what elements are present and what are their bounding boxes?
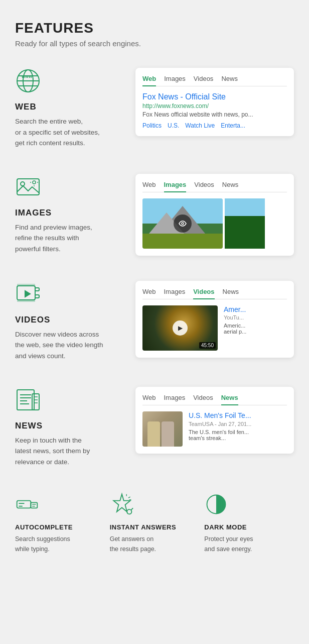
tab-images-2[interactable]: Images	[164, 181, 187, 192]
web-result-desc: Fox News official website with news, po.…	[142, 111, 287, 118]
tab-web-4[interactable]: Web	[142, 394, 156, 405]
instant-answers-desc: Get answers onthe results page.	[110, 534, 156, 554]
news-info: U.S. Men's Foil Te... TeamUSA - Jan 27, …	[189, 411, 287, 441]
tab-videos-4[interactable]: Videos	[193, 394, 213, 405]
feature-videos-card: Web Images Videos News ▶ 45:50 Amer... Y…	[135, 281, 294, 358]
feature-web-desc: Search the entire web,or a specific set …	[15, 116, 125, 149]
feature-news: NEWS Keep in touch with thelatest news, …	[15, 387, 294, 468]
tab-news[interactable]: News	[221, 75, 238, 86]
image-thumb-mountain[interactable]	[142, 198, 223, 249]
autocomplete-icon	[15, 492, 39, 518]
feature-images-desc: Find and preview images,refine the resul…	[15, 222, 125, 255]
bottom-features: AUTOCOMPLETE Search suggestionswhile typ…	[15, 492, 294, 554]
feature-web-card: Web Images Videos News Fox News - Offici…	[135, 68, 294, 136]
video-thumbnail[interactable]: ▶ 45:50	[142, 305, 218, 351]
preview-eye-icon	[174, 214, 192, 233]
svg-marker-35	[113, 494, 130, 512]
videos-tabs: Web Images Videos News	[142, 288, 287, 299]
video-info: Amer... YouTu... Americ...aerial p...	[224, 305, 287, 335]
svg-rect-17	[17, 300, 35, 302]
svg-text:www: www	[21, 74, 33, 79]
instant-answers-name: INSTANT ANSWERS	[110, 523, 176, 531]
feature-news-left: NEWS Keep in touch with thelatest news, …	[15, 387, 125, 468]
svg-rect-18	[35, 288, 39, 291]
news-tabs: Web Images Videos News	[142, 394, 287, 405]
dark-mode-name: DARK MODE	[204, 523, 247, 531]
svg-line-37	[131, 508, 133, 510]
feature-web: www WEB Search the entire web,or a speci…	[15, 68, 294, 149]
feature-images-left: IMAGES Find and preview images,refine th…	[15, 174, 125, 255]
feature-news-card: Web Images Videos News U.S. Men's Foil T…	[135, 387, 294, 454]
images-preview	[142, 198, 287, 249]
tab-web[interactable]: Web	[142, 75, 156, 86]
web-result-url: http://www.foxnews.com/	[142, 102, 287, 110]
feature-news-desc: Keep in touch with thelatest news, sort …	[15, 435, 125, 468]
dark-mode-desc: Protect your eyesand save energy.	[204, 534, 253, 554]
news-source: TeamUSA - Jan 27, 201...	[189, 421, 287, 427]
tab-images-3[interactable]: Images	[164, 288, 186, 299]
video-desc: Americ...aerial p...	[224, 323, 287, 335]
svg-line-39	[128, 497, 130, 498]
svg-point-7	[21, 182, 25, 186]
autocomplete-desc: Search suggestionswhile typing.	[15, 534, 70, 554]
link-watch-live[interactable]: Watch Live	[185, 122, 215, 129]
dark-mode-icon	[204, 492, 228, 518]
feature-videos-name: VIDEOS	[15, 315, 125, 325]
tab-images[interactable]: Images	[164, 75, 186, 86]
video-duration: 45:50	[199, 342, 216, 349]
svg-point-13	[182, 223, 184, 225]
web-result-links: Politics U.S. Watch Live Enterta...	[142, 122, 287, 129]
svg-marker-15	[25, 291, 30, 297]
link-us[interactable]: U.S.	[168, 122, 179, 129]
tab-news-3[interactable]: News	[223, 288, 239, 299]
news-card: U.S. Men's Foil Te... TeamUSA - Jan 27, …	[142, 411, 287, 447]
feature-images-name: IMAGES	[15, 208, 125, 218]
svg-point-36	[127, 509, 131, 514]
image-thumb-forest[interactable]	[225, 198, 265, 249]
autocomplete-name: AUTOCOMPLETE	[15, 523, 73, 531]
tab-videos-3[interactable]: Videos	[193, 288, 214, 299]
link-politics[interactable]: Politics	[142, 122, 162, 129]
news-thumbnail	[142, 411, 183, 447]
tab-web-3[interactable]: Web	[142, 288, 156, 299]
svg-rect-29	[17, 501, 31, 508]
videos-icon	[15, 281, 125, 309]
tab-images-4[interactable]: Images	[164, 394, 186, 405]
svg-rect-20	[17, 390, 34, 410]
web-tabs: Web Images Videos News	[142, 75, 287, 86]
tab-videos[interactable]: Videos	[194, 75, 214, 86]
svg-rect-16	[17, 284, 35, 286]
video-card: ▶ 45:50 Amer... YouTu... Americ...aerial…	[142, 305, 287, 351]
svg-rect-25	[32, 394, 39, 410]
svg-rect-6	[17, 179, 39, 195]
news-desc: The U.S. men's foil fen...team's streak.…	[189, 429, 287, 441]
web-result-title[interactable]: Fox News - Official Site	[142, 92, 287, 101]
instant-answers-icon	[110, 492, 134, 518]
bottom-feature-instant: INSTANT ANSWERS Get answers onthe result…	[110, 492, 200, 554]
feature-videos: VIDEOS Discover new videos acrossthe web…	[15, 281, 294, 362]
svg-rect-32	[31, 503, 37, 508]
tab-news-2[interactable]: News	[222, 181, 239, 192]
svg-point-8	[33, 181, 36, 184]
link-entertain[interactable]: Enterta...	[221, 122, 245, 129]
images-icon	[15, 174, 125, 202]
tab-videos-2[interactable]: Videos	[194, 181, 214, 192]
feature-videos-left: VIDEOS Discover new videos acrossthe web…	[15, 281, 125, 362]
video-source: YouTu...	[224, 314, 287, 320]
svg-rect-19	[35, 295, 39, 298]
tab-news-4[interactable]: News	[221, 394, 238, 405]
video-play-icon[interactable]: ▶	[173, 320, 188, 336]
feature-web-left: www WEB Search the entire web,or a speci…	[15, 68, 125, 149]
news-icon	[15, 387, 125, 415]
feature-videos-desc: Discover new videos acrossthe web, see t…	[15, 329, 125, 362]
feature-images-card: Web Images Videos News	[135, 174, 294, 256]
video-title[interactable]: Amer...	[224, 305, 287, 313]
bottom-feature-dark: DARK MODE Protect your eyesand save ener…	[204, 492, 294, 554]
feature-images: IMAGES Find and preview images,refine th…	[15, 174, 294, 256]
feature-web-name: WEB	[15, 102, 125, 112]
images-tabs: Web Images Videos News	[142, 181, 287, 192]
bottom-feature-autocomplete: AUTOCOMPLETE Search suggestionswhile typ…	[15, 492, 105, 554]
tab-web-2[interactable]: Web	[142, 181, 156, 192]
feature-news-name: NEWS	[15, 421, 125, 431]
news-title[interactable]: U.S. Men's Foil Te...	[189, 411, 287, 419]
